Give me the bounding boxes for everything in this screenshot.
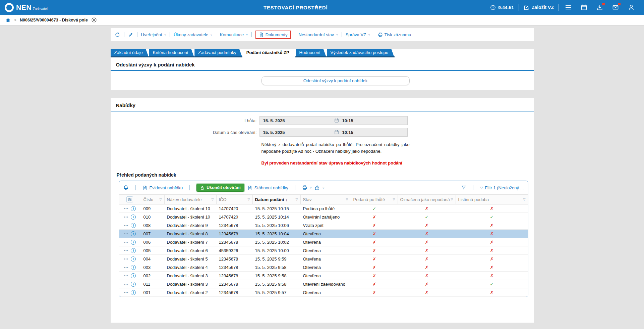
home-icon[interactable] xyxy=(5,17,11,23)
tab-vysledek-zadavaciho-postupu[interactable]: Výsledek zadávacího postupu xyxy=(327,49,394,56)
column-header-stav[interactable]: Stav▽ xyxy=(301,195,351,204)
funnel-icon[interactable] xyxy=(461,185,466,190)
column-filter-icon[interactable]: ▽ xyxy=(523,198,526,201)
info-icon[interactable]: i xyxy=(131,240,136,245)
table-body: •••i009Dodavatel - školení 101470742015.… xyxy=(119,204,528,297)
pencil-icon[interactable] xyxy=(128,32,133,37)
toolbar-item-uverejneni[interactable]: Uveřejnění▿ xyxy=(141,32,166,37)
table-row[interactable]: •••i002Dodavatel - školení 31234567815. … xyxy=(119,272,528,280)
cell-marked_not_submitted: ✗ xyxy=(398,290,456,295)
column-label: Podaná po lhůtě xyxy=(353,197,385,202)
finish-opening-button[interactable]: Ukončit otevírání xyxy=(196,184,244,192)
row-menu-icon[interactable]: ••• xyxy=(124,215,129,219)
toolbar-separator xyxy=(415,32,415,37)
column-header-podana-po-lhute[interactable]: Podaná po lhůtě▽ xyxy=(351,195,398,204)
info-icon[interactable]: i xyxy=(131,265,136,270)
tab-kriteria-hodnoceni[interactable]: Kritéria hodnocení xyxy=(149,49,194,56)
row-actions: •••i xyxy=(119,273,141,278)
info-icon[interactable]: i xyxy=(131,256,136,262)
table-row[interactable]: •••i003Dodavatel - školení 41234567815. … xyxy=(119,263,528,272)
row-menu-icon[interactable]: ••• xyxy=(124,274,129,278)
print-grid-button[interactable]: ▿ xyxy=(302,185,312,190)
user-icon[interactable] xyxy=(628,4,635,11)
toolbar-item-dokumenty[interactable]: Dokumenty xyxy=(255,31,291,39)
filter-selector[interactable]: ▽ Filtr 1 (Neuložený ... xyxy=(480,185,524,190)
row-menu-icon[interactable]: ••• xyxy=(124,282,129,286)
table-row[interactable]: •••i004Dodavatel - školení 51234567815. … xyxy=(119,255,528,263)
row-menu-icon[interactable]: ••• xyxy=(124,240,129,244)
info-icon[interactable]: i xyxy=(131,231,136,236)
messages-icon[interactable] xyxy=(612,4,619,11)
cross-icon: ✗ xyxy=(490,256,494,262)
downloads-icon[interactable] xyxy=(596,4,603,11)
tab-podani-ucastniku-zp[interactable]: Podání účastníků ZP xyxy=(243,49,295,56)
menu-icon[interactable] xyxy=(565,4,572,11)
cell-marked_not_submitted: ✗ xyxy=(398,265,456,270)
toolbar-item-nestandardni-stav[interactable]: Nestandardní stav▿ xyxy=(299,32,338,37)
close-record-icon[interactable] xyxy=(91,17,97,23)
toolbar-item-ukony-zadavatele[interactable]: Úkony zadavatele▿ xyxy=(174,32,212,37)
row-menu-icon[interactable]: ••• xyxy=(124,291,129,294)
breadcrumb-record[interactable]: N006/25/V00004673 - Disková pole xyxy=(20,18,88,22)
column-filter-icon[interactable]: ▽ xyxy=(346,198,348,201)
table-row[interactable]: •••i007Dodavatel - školení 81234567815. … xyxy=(119,230,528,238)
toolbar-separator xyxy=(295,32,295,37)
datum-a-cas-otevirani-input[interactable]: 15. 5. 202510:15 xyxy=(259,128,408,137)
info-icon[interactable]: i xyxy=(131,282,136,287)
toolbar-item-komunikace[interactable]: Komunikace▿ xyxy=(220,32,248,37)
row-menu-icon[interactable]: ••• xyxy=(124,232,129,236)
column-header-cislo[interactable]: Číslo▽ xyxy=(141,195,165,204)
column-filter-icon[interactable]: ▽ xyxy=(393,198,395,201)
info-icon[interactable]: i xyxy=(131,215,136,220)
nen-logo[interactable]: NEN Zadavatel xyxy=(5,3,48,12)
table-row[interactable]: •••i011Dodavatel - školení 31234567815. … xyxy=(119,280,528,288)
toolbar-item-sprava-vz[interactable]: Správa VZ▿ xyxy=(346,32,370,37)
row-menu-icon[interactable]: ••• xyxy=(124,224,129,227)
cell-paper_form: ✗ xyxy=(456,290,528,295)
lhuta-input[interactable]: 15. 5. 202510:15 xyxy=(259,116,408,125)
column-filter-icon[interactable]: ▽ xyxy=(160,198,162,201)
send-call-button[interactable]: Odeslání výzvy k podání nabídek xyxy=(261,76,410,85)
create-vz-button[interactable]: Založit VZ xyxy=(524,5,554,10)
row-menu-icon[interactable]: ••• xyxy=(124,266,129,269)
table-row[interactable]: •••i005Dodavatel - školení 64535932615. … xyxy=(119,246,528,255)
toolbar-item-tisk-zaznamu[interactable]: Tisk záznamu xyxy=(378,32,411,37)
bell-icon[interactable] xyxy=(123,185,129,191)
column-header-oznacena-jako-nepodana[interactable]: Označena jako nepodaná▽ xyxy=(398,195,456,204)
tab-hodnoceni[interactable]: Hodnocení xyxy=(296,49,326,56)
info-icon[interactable]: i xyxy=(131,206,136,211)
row-menu-icon[interactable]: ••• xyxy=(124,249,129,252)
cell-submitted: 15. 5. 2025 9:58 xyxy=(253,265,301,270)
cross-icon: ✗ xyxy=(425,231,429,236)
cross-icon: ✗ xyxy=(372,265,376,270)
tab-zakladni-udaje[interactable]: Základní údaje xyxy=(111,49,149,56)
column-header-listinna-podoba[interactable]: Listinná podoba▽ xyxy=(456,195,528,204)
download-bids-button[interactable]: Stáhnout nabídky xyxy=(247,185,288,190)
info-icon[interactable]: i xyxy=(131,223,136,228)
tab-zadavaci-podminky[interactable]: Zadávací podmínky xyxy=(194,49,242,56)
cell-ico: 12345678 xyxy=(217,240,253,245)
column-header-ico[interactable]: IČO▽ xyxy=(217,195,253,204)
column-header-settings[interactable] xyxy=(119,195,141,204)
export-grid-button[interactable]: ▿ xyxy=(314,185,324,190)
row-menu-icon[interactable]: ••• xyxy=(124,207,129,210)
cross-icon: ✗ xyxy=(425,223,429,228)
table-row[interactable]: •••i010Dodavatel - školení 101470742015.… xyxy=(119,213,528,221)
calendar-icon[interactable] xyxy=(581,4,587,11)
refresh-icon[interactable] xyxy=(115,32,120,38)
column-filter-icon[interactable]: ▽ xyxy=(451,198,453,201)
table-row[interactable]: •••i009Dodavatel - školení 101470742015.… xyxy=(119,204,528,213)
column-filter-icon[interactable]: ▽ xyxy=(212,198,214,201)
info-icon[interactable]: i xyxy=(131,248,136,253)
column-filter-icon[interactable]: ▽ xyxy=(296,198,298,201)
table-row[interactable]: •••i001Dodavatel - školení 21234567815. … xyxy=(119,288,528,297)
column-header-datum-podani[interactable]: Datum podání↓▽ xyxy=(253,195,301,204)
info-icon[interactable]: i xyxy=(131,273,136,278)
row-menu-icon[interactable]: ••• xyxy=(124,257,129,261)
column-filter-icon[interactable]: ▽ xyxy=(248,198,250,201)
info-icon[interactable]: i xyxy=(131,290,136,295)
table-row[interactable]: •••i006Dodavatel - školení 71234567815. … xyxy=(119,238,528,246)
register-bid-button[interactable]: Evidovat nabídku xyxy=(142,185,183,190)
column-header-nazev-dodavatele[interactable]: Název dodavatele▽ xyxy=(165,195,217,204)
table-row[interactable]: •••i008Dodavatel - školení 91234567815. … xyxy=(119,221,528,230)
